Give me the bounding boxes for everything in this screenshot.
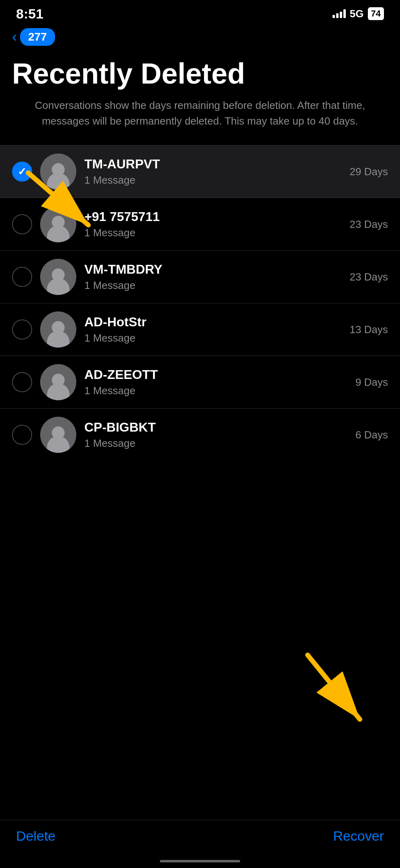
status-time: 8:51 [16, 6, 43, 22]
conversation-preview: 1 Message [84, 437, 351, 450]
conversation-name: +91 7575711 [84, 209, 346, 224]
avatar [40, 417, 76, 453]
list-item[interactable]: CP-BIGBKT 1 Message 6 Days [0, 409, 400, 461]
days-remaining: 6 Days [355, 429, 388, 441]
conversation-name: AD-HotStr [84, 315, 346, 330]
conversation-preview: 1 Message [84, 385, 351, 397]
avatar [40, 364, 76, 400]
annotation-arrow-bottom [296, 651, 376, 731]
conversation-preview: 1 Message [84, 174, 346, 186]
recover-button[interactable]: Recover [333, 828, 384, 844]
selection-circle-checked[interactable]: ✓ [12, 162, 32, 182]
days-remaining: 23 Days [350, 218, 388, 231]
conversation-name: TM-AURPVT [84, 157, 346, 172]
conversation-content: AD-ZEEOTT 1 Message [84, 367, 351, 397]
avatar [40, 206, 76, 242]
conversation-content: CP-BIGBKT 1 Message [84, 420, 351, 450]
list-item[interactable]: +91 7575711 1 Message 23 Days [0, 198, 400, 250]
nav-bar: ‹ 277 [0, 24, 400, 54]
back-button[interactable]: ‹ 277 [12, 28, 55, 46]
back-chevron-icon: ‹ [12, 30, 17, 44]
svg-line-3 [308, 655, 360, 719]
avatar [40, 311, 76, 348]
conversation-preview: 1 Message [84, 227, 346, 239]
conversation-list: ✓ TM-AURPVT 1 Message 29 Days +91 757571… [0, 145, 400, 461]
page-subtitle: Conversations show the days remaining be… [0, 98, 400, 145]
selection-circle[interactable] [12, 319, 32, 340]
days-remaining: 9 Days [355, 376, 388, 389]
selection-circle[interactable] [12, 214, 32, 234]
conversation-name: CP-BIGBKT [84, 420, 351, 435]
list-item[interactable]: VM-TMBDRY 1 Message 23 Days [0, 251, 400, 303]
conversation-preview: 1 Message [84, 332, 346, 344]
battery-level: 74 [371, 8, 381, 19]
conversation-content: +91 7575711 1 Message [84, 209, 346, 239]
days-remaining: 13 Days [350, 323, 388, 336]
conversation-content: TM-AURPVT 1 Message [84, 157, 346, 186]
conversation-name: VM-TMBDRY [84, 262, 346, 277]
conversation-name: AD-ZEEOTT [84, 367, 351, 382]
days-remaining: 29 Days [350, 166, 388, 178]
selection-circle[interactable] [12, 372, 32, 392]
conversation-content: AD-HotStr 1 Message [84, 315, 346, 344]
list-item[interactable]: ✓ TM-AURPVT 1 Message 29 Days [0, 145, 400, 198]
conversation-preview: 1 Message [84, 279, 346, 292]
back-badge: 277 [20, 28, 55, 46]
battery-icon: 74 [368, 7, 384, 20]
days-remaining: 23 Days [350, 271, 388, 283]
status-icons: 5G 74 [333, 7, 384, 20]
page-title: Recently Deleted [0, 54, 400, 98]
avatar [40, 154, 76, 190]
conversation-content: VM-TMBDRY 1 Message [84, 262, 346, 292]
checkmark-icon: ✓ [18, 166, 27, 178]
signal-icon [333, 9, 346, 18]
avatar [40, 259, 76, 295]
selection-circle[interactable] [12, 267, 32, 287]
selection-circle[interactable] [12, 425, 32, 445]
delete-button[interactable]: Delete [16, 828, 55, 844]
home-indicator [160, 860, 240, 862]
list-item[interactable]: AD-ZEEOTT 1 Message 9 Days [0, 356, 400, 408]
list-item[interactable]: AD-HotStr 1 Message 13 Days [0, 303, 400, 356]
status-bar: 8:51 5G 74 [0, 0, 400, 24]
network-text: 5G [350, 8, 364, 20]
